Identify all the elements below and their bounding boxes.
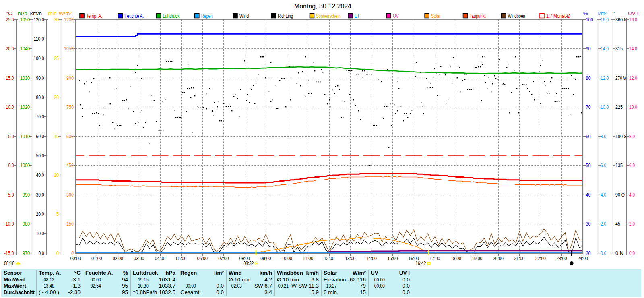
svg-text:l/m²: l/m² (214, 270, 224, 276)
svg-text:1000: 1000 (20, 162, 30, 168)
svg-text:Montag, 30.12.2024: Montag, 30.12.2024 (294, 3, 351, 10)
svg-text:hPa: hPa (18, 10, 28, 17)
svg-text:SW 6.7: SW 6.7 (254, 283, 272, 289)
svg-text:20.0: 20.0 (36, 211, 44, 217)
svg-text:-2.30: -2.30 (68, 289, 80, 295)
svg-text:ET: ET (355, 13, 360, 19)
svg-text:0.0: 0.0 (216, 283, 224, 289)
svg-text:19:15: 19:15 (138, 277, 149, 283)
svg-text:3.4: 3.4 (264, 289, 272, 295)
svg-text:1050: 1050 (20, 17, 30, 23)
svg-text:min: min (48, 10, 57, 17)
svg-text:22:00: 22:00 (535, 255, 546, 261)
svg-text:W/m²: W/m² (59, 10, 72, 17)
svg-text:23:00: 23:00 (556, 255, 567, 261)
svg-text:05:00: 05:00 (176, 255, 186, 261)
svg-text:1.7 Monat-Ø: 1.7 Monat-Ø (546, 13, 570, 19)
svg-text:-62.116: -62.116 (348, 277, 366, 283)
svg-text:Regen: Regen (201, 13, 213, 19)
svg-text:02:54: 02:54 (91, 283, 101, 289)
svg-text:4.0: 4.0 (629, 192, 635, 198)
svg-text:10.0: 10.0 (629, 104, 637, 110)
svg-text:60.0: 60.0 (36, 133, 44, 139)
svg-text:Sensor: Sensor (4, 270, 23, 276)
svg-text:0.0: 0.0 (629, 250, 635, 256)
svg-text:MinWert: MinWert (4, 277, 25, 283)
svg-text:00:00: 00:00 (70, 255, 81, 261)
svg-text:25: 25 (54, 55, 59, 61)
svg-text:0 N: 0 N (615, 250, 623, 256)
svg-text:24:00: 24:00 (578, 255, 588, 261)
svg-text:6.0: 6.0 (629, 162, 635, 168)
svg-text:900: 900 (66, 75, 74, 81)
svg-text:°: ° (613, 10, 615, 17)
svg-text:1032.5: 1032.5 (159, 289, 175, 295)
svg-text:45: 45 (615, 221, 620, 227)
svg-text:90 O: 90 O (615, 192, 625, 198)
svg-text:2.0: 2.0 (601, 221, 606, 227)
svg-text:60: 60 (586, 133, 591, 139)
svg-text:Regen: Regen (180, 270, 197, 276)
svg-text:Taupunkt: Taupunkt (470, 13, 486, 19)
svg-text:40: 40 (586, 192, 591, 198)
svg-text:00:00: 00:00 (91, 277, 101, 283)
svg-text:08:10: 08:10 (4, 260, 14, 266)
svg-text:1020: 1020 (20, 104, 30, 110)
svg-text:-5.0: -5.0 (7, 192, 14, 198)
svg-text:UV-I: UV-I (628, 10, 638, 17)
svg-text:30: 30 (54, 17, 59, 23)
svg-text:km/h: km/h (30, 10, 42, 17)
svg-text:16.0: 16.0 (601, 17, 609, 23)
svg-text:6.0: 6.0 (601, 162, 606, 168)
svg-text:0: 0 (56, 250, 59, 256)
svg-text:100: 100 (586, 17, 593, 23)
svg-text:Temp. A.: Temp. A. (39, 270, 61, 276)
svg-text:14.0: 14.0 (629, 46, 637, 52)
svg-text:00:00: 00:00 (186, 283, 196, 289)
svg-text:16:42: 16:42 (415, 260, 426, 266)
svg-text:Temp. A.: Temp. A. (86, 13, 102, 19)
svg-text:Luftdruck: Luftdruck (133, 270, 158, 276)
svg-text:Feuchte A.: Feuchte A. (85, 270, 113, 276)
svg-text:°C: °C (74, 270, 80, 276)
svg-text:95: 95 (122, 289, 128, 295)
svg-text:90.0: 90.0 (36, 75, 44, 81)
svg-text:°C: °C (6, 10, 12, 17)
svg-text:%: % (123, 270, 128, 276)
svg-text:0.0: 0.0 (402, 289, 410, 295)
svg-text:15:00: 15:00 (387, 255, 398, 261)
svg-text:79: 79 (360, 283, 366, 289)
svg-text:Gesamt:: Gesamt: (180, 289, 201, 295)
svg-text:315: 315 (615, 46, 623, 52)
svg-text:4.2: 4.2 (264, 277, 272, 283)
svg-text:^0.8hPa/h: ^0.8hPa/h (133, 289, 157, 295)
svg-text:00:00: 00:00 (374, 277, 385, 283)
svg-text:W/m²: W/m² (353, 270, 366, 276)
svg-text:50: 50 (586, 162, 591, 168)
svg-text:UV-I: UV-I (399, 270, 410, 276)
svg-text:15.0: 15.0 (6, 75, 14, 81)
svg-text:20: 20 (54, 94, 59, 100)
svg-text:Windböen: Windböen (277, 270, 303, 276)
svg-text:80.0: 80.0 (36, 94, 44, 100)
svg-text:11:00: 11:00 (303, 255, 313, 261)
svg-text:14:00: 14:00 (366, 255, 377, 261)
svg-text:94: 94 (122, 277, 128, 283)
svg-text:13:00: 13:00 (345, 255, 355, 261)
svg-text:0.0: 0.0 (402, 283, 410, 289)
svg-text:1040: 1040 (20, 46, 30, 52)
svg-text:30: 30 (586, 221, 591, 227)
svg-text:1200: 1200 (64, 17, 74, 23)
svg-text:08:32: 08:32 (243, 260, 254, 266)
svg-text:Sonnenschein: Sonnenschein (316, 13, 341, 19)
svg-text:-15.0: -15.0 (4, 250, 14, 256)
svg-text:Ø 10 min.: Ø 10 min. (229, 277, 252, 283)
svg-text:03:00: 03:00 (134, 255, 144, 261)
svg-text:13:48: 13:48 (44, 283, 54, 289)
svg-text:2.0: 2.0 (629, 221, 635, 227)
svg-text:08:12: 08:12 (44, 277, 54, 283)
svg-text:1033.7: 1033.7 (159, 283, 175, 289)
svg-text:10:00: 10:00 (282, 255, 292, 261)
svg-text:750: 750 (66, 104, 74, 110)
svg-text:Windböen: Windböen (508, 13, 525, 19)
